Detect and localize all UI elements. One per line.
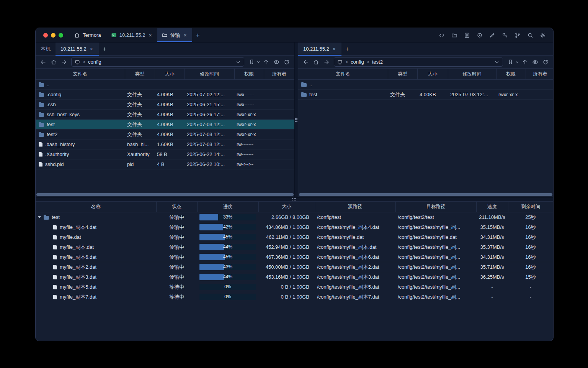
horizontal-splitter[interactable] — [36, 197, 553, 202]
forward-icon[interactable] — [59, 58, 69, 67]
column-header[interactable]: 名称 — [36, 202, 156, 212]
column-header[interactable]: 大小 — [155, 69, 185, 80]
chevron-down-icon[interactable] — [235, 59, 241, 65]
host-icon — [111, 32, 117, 38]
home-icon[interactable] — [49, 58, 58, 67]
column-header[interactable]: 权限 — [234, 69, 264, 80]
close-tab-icon[interactable]: × — [183, 32, 188, 38]
tab-host[interactable]: 10.211.55.2 × — [56, 43, 99, 55]
transfer-row[interactable]: myfile_副本2.dat 传输中 43% 450.00MB / 1.00GB… — [36, 262, 553, 272]
back-icon[interactable] — [301, 58, 310, 67]
column-header[interactable]: 文件名 — [298, 69, 388, 80]
record-icon[interactable] — [475, 31, 484, 39]
new-panel-tab-button[interactable]: + — [99, 43, 110, 55]
close-tab-icon[interactable]: × — [332, 46, 336, 52]
transfer-row[interactable]: myfile.dat 传输中 45% 462.11MB / 1.00GB /co… — [36, 232, 553, 242]
key-icon[interactable] — [501, 31, 509, 39]
bookmark-dropdown-icon[interactable] — [256, 60, 260, 64]
new-window-tab-button[interactable]: + — [192, 28, 204, 42]
tab-host[interactable]: 10.211.55.2 × — [298, 43, 341, 55]
column-header[interactable]: 类型 — [388, 69, 417, 80]
code-icon[interactable] — [438, 31, 446, 39]
minimize-window-button[interactable] — [51, 33, 56, 38]
cell-speed: 35.71MB/s — [476, 262, 508, 272]
search-icon[interactable] — [526, 31, 534, 39]
transfer-row[interactable]: test 传输中 33% 2.66GB / 8.00GB /config/tes… — [36, 212, 553, 222]
transfer-row[interactable]: myfile_副本6.dat 传输中 45% 467.36MB / 1.00GB… — [36, 252, 553, 262]
back-icon[interactable] — [39, 58, 48, 67]
transfer-row[interactable]: myfile_副本5.dat 等待中 0% 0 B / 1.00GB /conf… — [36, 282, 553, 292]
column-header[interactable]: 修改时间 — [185, 69, 234, 80]
file-row[interactable]: .bash_history bash_hi...1.60KB2025-07-03… — [36, 140, 294, 150]
column-header[interactable]: 状态 — [156, 202, 197, 212]
column-header[interactable]: 大小 — [258, 202, 315, 212]
transfer-row[interactable]: myfile_副本.dat 传输中 44% 452.94MB / 1.00GB … — [36, 242, 553, 252]
refresh-icon[interactable] — [282, 58, 291, 67]
cell-eta: 15秒 — [508, 272, 553, 282]
column-header[interactable]: 进度 — [197, 202, 258, 212]
column-header[interactable]: 文件名 — [36, 69, 125, 80]
breadcrumb-segment[interactable]: config — [351, 59, 364, 65]
bookmark-icon[interactable] — [247, 58, 256, 67]
breadcrumb-segment[interactable]: config — [88, 59, 101, 65]
close-tab-icon[interactable]: × — [89, 46, 94, 52]
chevron-down-icon[interactable] — [494, 59, 500, 65]
file-row[interactable]: .. — [298, 80, 554, 90]
column-header[interactable]: 所有者 — [526, 69, 554, 80]
tab-local[interactable]: 本机 — [36, 43, 56, 55]
file-row[interactable]: ssh_host_keys 文件夹4.00KB2025-06-26 17:...… — [36, 110, 294, 120]
close-tab-icon[interactable]: × — [148, 32, 152, 38]
column-header[interactable]: 修改时间 — [448, 69, 496, 80]
path-breadcrumb[interactable]: > config — [71, 57, 244, 67]
cell-type — [388, 80, 417, 90]
column-header[interactable]: 目标路径 — [395, 202, 476, 212]
forward-icon[interactable] — [322, 58, 331, 67]
window-tab-host[interactable]: 10.211.55.2 × — [106, 28, 157, 42]
branch-icon[interactable] — [513, 31, 522, 39]
bookmark-dropdown-icon[interactable] — [515, 60, 519, 64]
file-row[interactable]: sshd.pid pid4 B2025-06-22 10:...rw-r--r-… — [36, 159, 294, 169]
column-header[interactable]: 剩余时间 — [508, 202, 553, 212]
file-row[interactable]: test2 文件夹4.00KB2025-07-03 12:...rwxr-xr-… — [36, 130, 294, 140]
file-row[interactable]: test 文件夹4.00KB2025-07-03 12:...rwxr-xr-x — [298, 90, 554, 100]
transfer-row[interactable]: myfile_副本3.dat 传输中 44% 453.16MB / 1.00GB… — [36, 272, 553, 282]
settings-gear-icon[interactable] — [539, 31, 547, 39]
new-panel-tab-button[interactable]: + — [341, 43, 353, 55]
vertical-splitter[interactable] — [294, 43, 298, 197]
show-hidden-eye-icon[interactable] — [531, 58, 540, 67]
left-file-panel: 本机 10.211.55.2 × + > config — [36, 43, 294, 197]
show-hidden-eye-icon[interactable] — [272, 58, 281, 67]
file-row[interactable]: .ssh 文件夹4.00KB2025-06-21 15:...rwx------ — [36, 100, 294, 110]
bookmark-icon[interactable] — [506, 58, 515, 67]
column-header[interactable]: 速度 — [476, 202, 508, 212]
home-icon[interactable] — [312, 58, 321, 67]
file-row-selected[interactable]: test 文件夹4.00KB2025-07-03 12:...rwxr-xr-x — [36, 120, 294, 130]
file-row[interactable]: .Xauthority Xauthority58 B2025-06-22 14:… — [36, 150, 294, 159]
transfer-row[interactable]: myfile_副本7.dat 等待中 0% 0 B / 1.00GB /conf… — [36, 292, 553, 302]
app-home-tab[interactable]: Termora — [69, 28, 106, 42]
expand-chevron-icon[interactable] — [38, 216, 41, 218]
up-directory-icon[interactable] — [520, 58, 529, 67]
refresh-icon[interactable] — [541, 58, 550, 67]
close-window-button[interactable] — [43, 33, 48, 38]
cell-type: bash_hi... — [125, 140, 155, 150]
file-row[interactable]: .. — [36, 80, 294, 90]
zoom-window-button[interactable] — [59, 33, 63, 38]
column-header[interactable]: 源路径 — [315, 202, 395, 212]
edit-icon[interactable] — [488, 31, 497, 39]
column-header[interactable]: 类型 — [125, 69, 155, 80]
window-tab-transfer[interactable]: 传输 × — [157, 28, 192, 42]
transfer-row[interactable]: myfile_副本4.dat 传输中 42% 434.86MB / 1.00GB… — [36, 222, 553, 232]
breadcrumb-segment[interactable]: test2 — [372, 59, 383, 65]
log-icon[interactable] — [463, 31, 471, 39]
scrollbar-thumb[interactable] — [299, 193, 552, 196]
file-row[interactable]: .config 文件夹4.00KB2025-07-02 12:...rwx---… — [36, 90, 294, 100]
column-header[interactable]: 权限 — [496, 69, 526, 80]
scrollbar-thumb[interactable] — [36, 193, 294, 196]
file-icon — [53, 275, 57, 279]
folder-icon[interactable] — [450, 31, 459, 39]
path-breadcrumb[interactable]: > config > test2 — [334, 57, 503, 67]
up-directory-icon[interactable] — [261, 58, 271, 67]
column-header[interactable]: 所有者 — [264, 69, 294, 80]
column-header[interactable]: 大小 — [417, 69, 448, 80]
